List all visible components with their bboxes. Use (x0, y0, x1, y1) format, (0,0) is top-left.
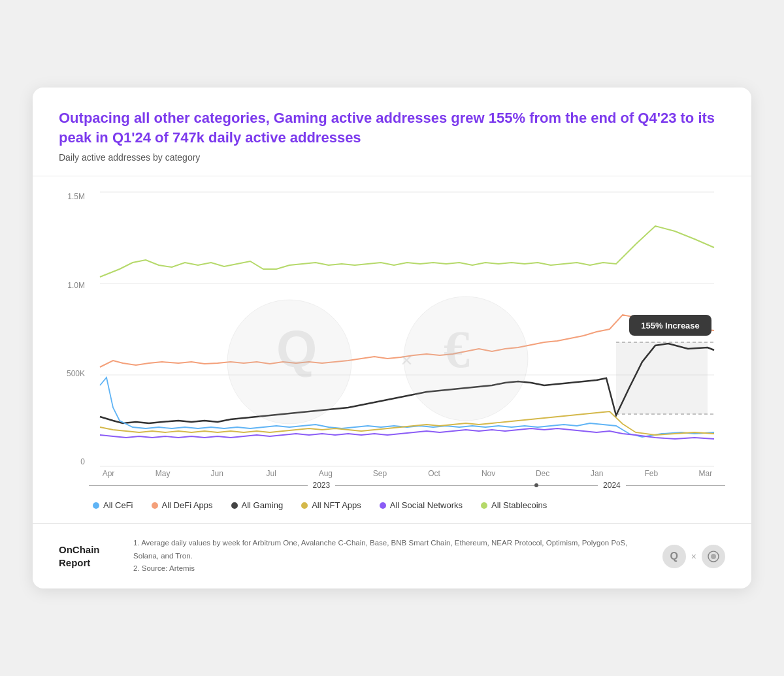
nft-line (100, 411, 714, 435)
legend-social: All Social Networks (380, 500, 463, 510)
chart-area: 1.5M 1.0M 500K 0 (33, 176, 751, 490)
legend-label-cefi: All CeFi (103, 500, 133, 510)
svg-text:155% Increase: 155% Increase (641, 321, 700, 330)
stablecoins-line (100, 226, 714, 277)
legend-label-social: All Social Networks (390, 500, 463, 510)
x-label-apr: Apr (89, 469, 128, 478)
legend-dot-gaming (231, 502, 238, 509)
x-label-oct: Oct (414, 469, 453, 478)
x-label-jul: Jul (252, 469, 291, 478)
legend-stablecoins: All Stablecoins (481, 500, 547, 510)
legend-label-stablecoins: All Stablecoins (491, 500, 547, 510)
legend-nft: All NFT Apps (301, 500, 361, 510)
svg-text:€: € (444, 321, 470, 378)
artemis-icon (707, 550, 720, 563)
footer-logo-artemis (702, 545, 725, 568)
svg-text:Q: Q (276, 320, 317, 378)
x-label-aug: Aug (306, 469, 345, 478)
legend-gaming: All Gaming (231, 500, 284, 510)
legend-label-nft: All NFT Apps (312, 500, 361, 510)
legend-dot-social (380, 502, 386, 509)
footer-logo-q: Q (662, 545, 686, 568)
svg-rect-4 (616, 342, 708, 414)
footer-x-separator: × (691, 551, 696, 562)
x-label-may: May (143, 469, 182, 478)
year-2024: 2024 (598, 481, 626, 490)
footer-notes: 1. Average daily values by week for Arbi… (133, 537, 647, 575)
x-label-jan: Jan (578, 469, 617, 478)
legend-dot-defi (152, 502, 158, 509)
x-label-mar: Mar (686, 469, 725, 478)
y-label-1-5m: 1.5M (59, 192, 85, 201)
footer-logos: Q × (662, 545, 725, 568)
report-card: Outpacing all other categories, Gaming a… (33, 88, 751, 588)
footer-note-1: 1. Average daily values by week for Arbi… (133, 537, 647, 562)
legend-label-gaming: All Gaming (242, 500, 284, 510)
legend-dot-nft (301, 502, 308, 509)
x-label-dec: Dec (523, 469, 563, 478)
chart-legend: All CeFi All DeFi Apps All Gaming All NF… (33, 490, 751, 523)
chart-subtitle: Daily active addresses by category (59, 152, 725, 163)
legend-dot-stablecoins (481, 502, 487, 509)
x-label-feb: Feb (632, 469, 671, 478)
card-header: Outpacing all other categories, Gaming a… (33, 88, 751, 176)
main-chart-svg: Q € × 155% Increase (89, 192, 725, 466)
x-label-nov: Nov (469, 469, 508, 478)
legend-defi: All DeFi Apps (152, 500, 213, 510)
y-label-500k: 500K (59, 369, 85, 378)
legend-label-defi: All DeFi Apps (162, 500, 213, 510)
x-label-sep: Sep (360, 469, 399, 478)
svg-text:×: × (400, 348, 413, 372)
footer-note-2: 2. Source: Artemis (133, 562, 647, 575)
y-label-1m: 1.0M (59, 281, 85, 290)
year-2023: 2023 (308, 481, 336, 490)
x-label-jun: Jun (197, 469, 237, 478)
card-footer: OnChainReport 1. Average daily values by… (33, 523, 751, 588)
brand-name: OnChainReport (59, 543, 118, 569)
legend-cefi: All CeFi (93, 500, 133, 510)
y-label-0: 0 (59, 457, 85, 466)
page-title: Outpacing all other categories, Gaming a… (59, 108, 725, 147)
legend-dot-cefi (93, 502, 99, 509)
svg-point-15 (711, 554, 716, 559)
